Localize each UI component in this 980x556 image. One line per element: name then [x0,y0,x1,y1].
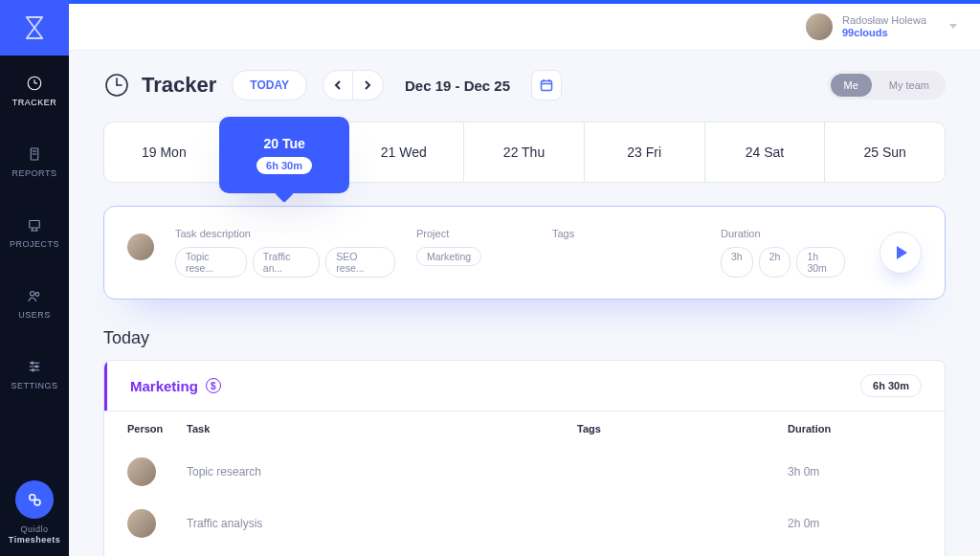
avatar [127,234,154,260]
svg-point-16 [35,366,37,367]
brand-logo[interactable] [0,0,69,56]
day-cell[interactable]: 21 Wed [344,122,464,182]
duration-chip[interactable]: 3h [721,247,753,278]
user-name: Radosław Holewa [842,14,926,27]
nav-users[interactable]: USERS [0,268,69,339]
today-card: Marketing $ 6h 30m Person Task Tags Dura… [103,360,946,556]
brand-wordmark: Quidlo Timesheets [0,524,69,556]
page-title: Tracker [103,72,216,99]
duration-cell: 3h 0m [788,465,922,478]
svg-point-18 [30,494,35,500]
avatar [806,13,833,40]
desc-suggestion-chip[interactable]: Topic rese... [175,247,247,278]
start-timer-button[interactable] [880,232,922,274]
nav-projects[interactable]: PROJECTS [0,197,69,268]
user-menu[interactable]: Radosław Holewa 99clouds [806,13,957,40]
table-row[interactable]: Topic research 3h 0m [104,446,945,498]
day-cell[interactable]: 24 Sat [705,122,826,182]
scope-toggle: Me My team [828,71,946,100]
table-row[interactable]: SEO research 1h 30m [104,549,945,556]
svg-rect-6 [30,221,40,229]
scope-team[interactable]: My team [876,74,943,97]
user-team: 99clouds [842,27,926,39]
clock-icon [103,72,130,99]
table-row[interactable]: Traffic analysis 2h 0m [104,498,945,549]
nav-label: TRACKER [12,98,57,107]
today-heading: Today [103,328,946,348]
svg-point-17 [32,369,33,371]
day-cell[interactable]: 25 Sun [825,122,945,182]
field-label: Project [416,228,531,239]
new-entry-card: Task description Topic rese... Traffic a… [103,206,946,300]
week-strip: 19 Mon 20 Tue 6h 30m 21 Wed 22 Thu 23 Fr… [103,122,946,183]
day-duration-badge: 6h 30m [256,157,312,174]
project-total-duration: 6h 30m [860,374,922,397]
avatar [127,457,156,486]
nav-reports[interactable]: REPORTS [0,126,69,197]
task-cell: Traffic analysis [187,517,577,530]
svg-rect-23 [542,81,552,91]
day-cell-active[interactable]: 20 Tue 6h 30m [219,117,350,193]
field-label: Tags [552,228,667,239]
scope-me[interactable]: Me [831,74,872,97]
chevron-down-icon [949,24,957,29]
project-name[interactable]: Marketing $ [130,378,221,394]
nav-settings[interactable]: SETTINGS [0,339,69,410]
desc-suggestion-chip[interactable]: Traffic an... [253,247,320,278]
project-chip[interactable]: Marketing [416,247,481,266]
billable-icon: $ [206,378,221,393]
desc-suggestion-chip[interactable]: SEO rese... [325,247,395,278]
task-cell: Topic research [187,465,577,478]
duration-chip[interactable]: 1h 30m [796,247,845,278]
field-label: Task description [175,228,395,239]
nav-label: PROJECTS [10,239,59,249]
sidebar: TRACKER REPORTS PROJECTS USERS SETTINGS … [0,0,69,556]
nav-label: USERS [18,310,51,320]
prev-week-button[interactable] [323,70,353,100]
play-icon [897,246,907,259]
table-header: Person Task Tags Duration [104,411,945,446]
calendar-button[interactable] [531,70,562,100]
brand-fab[interactable] [15,480,54,519]
today-button[interactable]: TODAY [232,70,307,100]
svg-point-19 [34,500,40,505]
field-label: Duration [721,228,845,239]
day-cell[interactable]: 19 Mon [104,122,225,182]
svg-point-10 [31,292,35,297]
svg-point-15 [32,362,33,364]
duration-chip[interactable]: 2h [759,247,791,278]
nav-tracker[interactable]: TRACKER [0,56,69,126]
avatar [127,509,156,538]
day-cell[interactable]: 22 Thu [464,122,585,182]
date-range: Dec 19 - Dec 25 [405,78,510,94]
nav-label: REPORTS [12,168,57,178]
nav-label: SETTINGS [11,381,57,390]
next-week-button[interactable] [353,70,384,100]
topbar: Radosław Holewa 99clouds [69,4,980,51]
svg-point-11 [35,293,39,297]
duration-cell: 2h 0m [788,517,922,530]
day-cell[interactable]: 23 Fri [585,122,705,182]
